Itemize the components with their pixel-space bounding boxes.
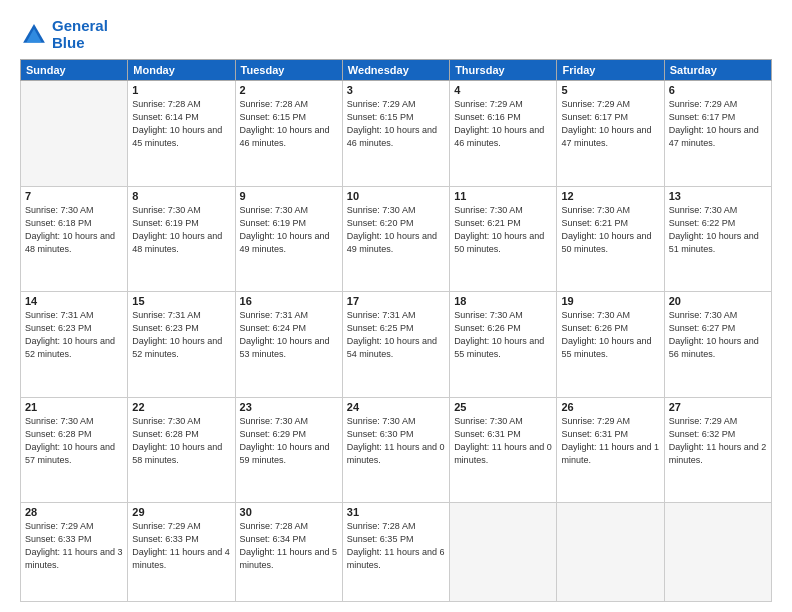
day-number: 27 [669,401,767,413]
calendar-cell: 12Sunrise: 7:30 AMSunset: 6:21 PMDayligh… [557,186,664,292]
day-info: Sunrise: 7:29 AMSunset: 6:33 PMDaylight:… [132,520,230,572]
day-header-wednesday: Wednesday [342,60,449,81]
day-number: 13 [669,190,767,202]
day-info: Sunrise: 7:30 AMSunset: 6:19 PMDaylight:… [240,204,338,256]
day-info: Sunrise: 7:30 AMSunset: 6:21 PMDaylight:… [454,204,552,256]
calendar-cell: 15Sunrise: 7:31 AMSunset: 6:23 PMDayligh… [128,292,235,398]
calendar-week-row: 1Sunrise: 7:28 AMSunset: 6:14 PMDaylight… [21,81,772,187]
calendar-week-row: 7Sunrise: 7:30 AMSunset: 6:18 PMDaylight… [21,186,772,292]
calendar-cell: 19Sunrise: 7:30 AMSunset: 6:26 PMDayligh… [557,292,664,398]
day-number: 5 [561,84,659,96]
calendar-cell [557,503,664,602]
calendar-cell: 18Sunrise: 7:30 AMSunset: 6:26 PMDayligh… [450,292,557,398]
day-number: 29 [132,506,230,518]
day-header-monday: Monday [128,60,235,81]
calendar-week-row: 21Sunrise: 7:30 AMSunset: 6:28 PMDayligh… [21,397,772,503]
day-number: 30 [240,506,338,518]
calendar-cell: 6Sunrise: 7:29 AMSunset: 6:17 PMDaylight… [664,81,771,187]
calendar-cell: 14Sunrise: 7:31 AMSunset: 6:23 PMDayligh… [21,292,128,398]
calendar-cell: 23Sunrise: 7:30 AMSunset: 6:29 PMDayligh… [235,397,342,503]
day-info: Sunrise: 7:29 AMSunset: 6:32 PMDaylight:… [669,415,767,467]
logo: General Blue [20,18,108,51]
day-info: Sunrise: 7:28 AMSunset: 6:15 PMDaylight:… [240,98,338,150]
page: General Blue SundayMondayTuesdayWednesda… [0,0,792,612]
logo-text: General Blue [52,18,108,51]
day-number: 10 [347,190,445,202]
day-info: Sunrise: 7:28 AMSunset: 6:14 PMDaylight:… [132,98,230,150]
logo-icon [20,21,48,49]
day-number: 21 [25,401,123,413]
day-number: 12 [561,190,659,202]
day-number: 16 [240,295,338,307]
calendar-cell: 3Sunrise: 7:29 AMSunset: 6:15 PMDaylight… [342,81,449,187]
day-number: 26 [561,401,659,413]
day-info: Sunrise: 7:31 AMSunset: 6:23 PMDaylight:… [25,309,123,361]
day-number: 23 [240,401,338,413]
day-info: Sunrise: 7:30 AMSunset: 6:21 PMDaylight:… [561,204,659,256]
day-number: 8 [132,190,230,202]
day-number: 28 [25,506,123,518]
calendar-week-row: 14Sunrise: 7:31 AMSunset: 6:23 PMDayligh… [21,292,772,398]
day-number: 25 [454,401,552,413]
day-info: Sunrise: 7:29 AMSunset: 6:17 PMDaylight:… [561,98,659,150]
day-info: Sunrise: 7:30 AMSunset: 6:31 PMDaylight:… [454,415,552,467]
calendar-cell: 13Sunrise: 7:30 AMSunset: 6:22 PMDayligh… [664,186,771,292]
calendar-cell: 2Sunrise: 7:28 AMSunset: 6:15 PMDaylight… [235,81,342,187]
day-info: Sunrise: 7:29 AMSunset: 6:16 PMDaylight:… [454,98,552,150]
day-header-sunday: Sunday [21,60,128,81]
calendar-cell: 21Sunrise: 7:30 AMSunset: 6:28 PMDayligh… [21,397,128,503]
day-info: Sunrise: 7:30 AMSunset: 6:19 PMDaylight:… [132,204,230,256]
day-number: 9 [240,190,338,202]
day-number: 1 [132,84,230,96]
day-number: 11 [454,190,552,202]
day-info: Sunrise: 7:30 AMSunset: 6:18 PMDaylight:… [25,204,123,256]
calendar-cell: 22Sunrise: 7:30 AMSunset: 6:28 PMDayligh… [128,397,235,503]
day-info: Sunrise: 7:30 AMSunset: 6:27 PMDaylight:… [669,309,767,361]
calendar-cell: 25Sunrise: 7:30 AMSunset: 6:31 PMDayligh… [450,397,557,503]
day-header-saturday: Saturday [664,60,771,81]
calendar-cell: 17Sunrise: 7:31 AMSunset: 6:25 PMDayligh… [342,292,449,398]
calendar: SundayMondayTuesdayWednesdayThursdayFrid… [20,59,772,602]
day-number: 14 [25,295,123,307]
day-number: 22 [132,401,230,413]
day-info: Sunrise: 7:30 AMSunset: 6:29 PMDaylight:… [240,415,338,467]
day-info: Sunrise: 7:31 AMSunset: 6:25 PMDaylight:… [347,309,445,361]
day-info: Sunrise: 7:30 AMSunset: 6:22 PMDaylight:… [669,204,767,256]
day-info: Sunrise: 7:29 AMSunset: 6:17 PMDaylight:… [669,98,767,150]
calendar-cell: 30Sunrise: 7:28 AMSunset: 6:34 PMDayligh… [235,503,342,602]
calendar-cell: 16Sunrise: 7:31 AMSunset: 6:24 PMDayligh… [235,292,342,398]
day-number: 18 [454,295,552,307]
calendar-header-row: SundayMondayTuesdayWednesdayThursdayFrid… [21,60,772,81]
day-info: Sunrise: 7:30 AMSunset: 6:30 PMDaylight:… [347,415,445,467]
calendar-cell: 9Sunrise: 7:30 AMSunset: 6:19 PMDaylight… [235,186,342,292]
header: General Blue [20,18,772,51]
day-number: 17 [347,295,445,307]
day-header-thursday: Thursday [450,60,557,81]
day-info: Sunrise: 7:31 AMSunset: 6:23 PMDaylight:… [132,309,230,361]
day-info: Sunrise: 7:29 AMSunset: 6:31 PMDaylight:… [561,415,659,467]
day-number: 4 [454,84,552,96]
day-info: Sunrise: 7:30 AMSunset: 6:26 PMDaylight:… [561,309,659,361]
day-number: 2 [240,84,338,96]
calendar-cell: 5Sunrise: 7:29 AMSunset: 6:17 PMDaylight… [557,81,664,187]
calendar-cell: 11Sunrise: 7:30 AMSunset: 6:21 PMDayligh… [450,186,557,292]
day-header-tuesday: Tuesday [235,60,342,81]
day-header-friday: Friday [557,60,664,81]
calendar-cell: 24Sunrise: 7:30 AMSunset: 6:30 PMDayligh… [342,397,449,503]
day-info: Sunrise: 7:30 AMSunset: 6:28 PMDaylight:… [25,415,123,467]
calendar-cell [450,503,557,602]
calendar-cell: 26Sunrise: 7:29 AMSunset: 6:31 PMDayligh… [557,397,664,503]
calendar-week-row: 28Sunrise: 7:29 AMSunset: 6:33 PMDayligh… [21,503,772,602]
calendar-cell: 31Sunrise: 7:28 AMSunset: 6:35 PMDayligh… [342,503,449,602]
calendar-cell: 7Sunrise: 7:30 AMSunset: 6:18 PMDaylight… [21,186,128,292]
calendar-cell [664,503,771,602]
calendar-cell: 4Sunrise: 7:29 AMSunset: 6:16 PMDaylight… [450,81,557,187]
day-info: Sunrise: 7:28 AMSunset: 6:35 PMDaylight:… [347,520,445,572]
day-info: Sunrise: 7:31 AMSunset: 6:24 PMDaylight:… [240,309,338,361]
day-info: Sunrise: 7:30 AMSunset: 6:26 PMDaylight:… [454,309,552,361]
day-info: Sunrise: 7:29 AMSunset: 6:33 PMDaylight:… [25,520,123,572]
day-number: 15 [132,295,230,307]
day-number: 6 [669,84,767,96]
day-info: Sunrise: 7:29 AMSunset: 6:15 PMDaylight:… [347,98,445,150]
day-number: 31 [347,506,445,518]
